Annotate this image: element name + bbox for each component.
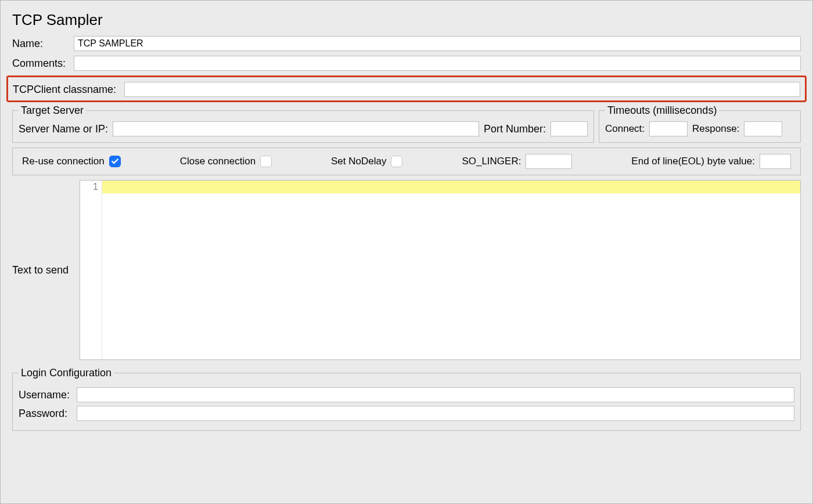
response-timeout-label: Response: [692,123,739,135]
port-number-label: Port Number: [484,123,546,135]
username-label: Username: [19,389,77,401]
eol-byte-input[interactable] [760,154,791,169]
connect-timeout-label: Connect: [605,123,645,135]
comments-row: Comments: [12,56,801,71]
timeouts-fieldset: Timeouts (milliseconds) Connect: Respons… [599,105,801,143]
login-configuration-legend: Login Configuration [19,367,114,379]
line-number: 1 [80,182,98,192]
password-label: Password: [19,408,77,420]
target-server-legend: Target Server [19,105,86,117]
so-linger-input[interactable] [526,154,572,169]
close-connection-checkbox[interactable] [260,156,272,167]
login-configuration-fieldset: Login Configuration Username: Password: [12,367,801,431]
connect-timeout-input[interactable] [649,121,688,136]
name-row: Name: [12,36,801,51]
target-server-fieldset: Target Server Server Name or IP: Port Nu… [12,105,594,143]
editor-current-line [102,181,800,193]
comments-label: Comments: [12,57,74,70]
reuse-connection-checkbox[interactable] [109,156,121,167]
editor-code-area[interactable] [102,181,800,359]
text-to-send-row: Text to send 1 [12,180,801,360]
connection-options-bar: Re-use connection Close connection Set N… [12,147,801,175]
response-timeout-input[interactable] [744,121,782,136]
tcp-sampler-panel: TCP Sampler Name: Comments: TCPClient cl… [1,1,812,437]
text-to-send-label: Text to send [12,264,80,276]
tcpclient-classname-label: TCPClient classname: [13,84,124,96]
timeouts-legend: Timeouts (milliseconds) [605,105,719,117]
tcpclient-classname-input[interactable] [124,82,800,97]
reuse-connection-label: Re-use connection [22,156,105,167]
check-icon [111,157,119,165]
tcpclient-classname-highlight: TCPClient classname: [6,75,807,102]
password-input[interactable] [77,406,794,421]
comments-input[interactable] [74,56,801,71]
so-linger-label: SO_LINGER: [462,156,521,167]
server-name-label: Server Name or IP: [19,123,108,135]
set-nodelay-checkbox[interactable] [391,156,402,167]
set-nodelay-label: Set NoDelay [331,156,386,167]
server-timeouts-row: Target Server Server Name or IP: Port Nu… [12,105,801,143]
panel-title: TCP Sampler [12,6,801,36]
editor-gutter: 1 [80,181,102,359]
port-number-input[interactable] [551,121,588,136]
text-to-send-editor[interactable]: 1 [80,180,801,360]
eol-byte-label: End of line(EOL) byte value: [631,156,755,167]
server-name-input[interactable] [113,121,479,136]
username-input[interactable] [77,387,794,402]
close-connection-label: Close connection [180,156,256,167]
name-label: Name: [12,38,74,50]
name-input[interactable] [74,36,801,51]
